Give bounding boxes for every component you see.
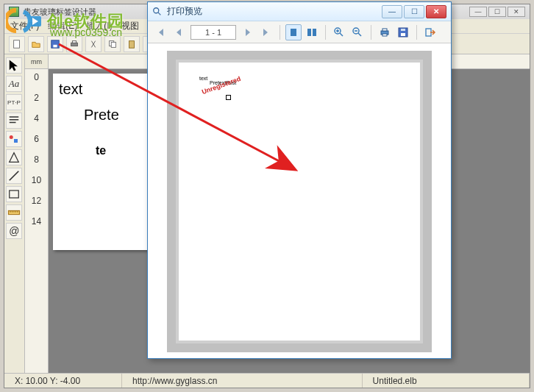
toolbar-new-button[interactable] — [9, 36, 25, 52]
toolbar-copy-button[interactable] — [104, 36, 121, 52]
tool-ptp[interactable]: PT·P — [6, 94, 22, 110]
toolbar-separator — [325, 25, 326, 40]
preview-mini-square — [226, 95, 231, 100]
main-title-text: 贵友玻璃标签设计器 — [24, 7, 96, 18]
menu-view[interactable]: 视图 — [121, 20, 139, 32]
status-coords: X: 10.00 Y: -4.00 — [4, 374, 122, 388]
svg-rect-19 — [382, 29, 387, 31]
ruler-tick: 14 — [32, 216, 41, 227]
svg-rect-6 — [111, 42, 115, 47]
maximize-button[interactable]: ☐ — [488, 7, 506, 17]
svg-rect-7 — [129, 40, 135, 48]
page-range-box[interactable]: 1 - 1 — [191, 25, 236, 40]
magnifier-icon — [152, 7, 163, 17]
preview-page: text PretextPost Unregistered — [179, 63, 420, 341]
toolbar-separator — [416, 25, 417, 40]
menu-insert[interactable]: 插入(I) — [86, 20, 112, 32]
menu-edit[interactable]: 编辑(E) — [48, 20, 77, 32]
preview-close-button[interactable]: ✕ — [426, 5, 446, 18]
next-page-button[interactable] — [240, 24, 256, 40]
toolbar-separator — [371, 25, 371, 40]
print-preview-window: 打印预览 — ☐ ✕ 1 - 1 text PretextPost — [147, 1, 452, 359]
svg-point-12 — [154, 7, 159, 13]
doc-text-1[interactable]: text — [59, 81, 157, 98]
ruler-tick: 10 — [32, 175, 41, 185]
svg-rect-23 — [401, 29, 405, 31]
main-window-buttons: — ☐ ✕ — [469, 7, 525, 17]
tool-at[interactable]: @ — [6, 223, 22, 239]
ruler-unit: mm — [25, 54, 49, 69]
svg-rect-15 — [313, 29, 316, 36]
preview-toolbar: 1 - 1 — [148, 21, 451, 43]
svg-rect-3 — [71, 43, 78, 46]
close-button[interactable]: ✕ — [508, 7, 525, 17]
svg-rect-2 — [53, 44, 57, 47]
ruler-tick: 8 — [34, 154, 39, 165]
svg-rect-14 — [307, 29, 311, 36]
full-width-button[interactable] — [304, 24, 320, 40]
status-url: http://www.gyglass.cn — [122, 374, 363, 388]
prev-page-button[interactable] — [171, 24, 187, 40]
save-button[interactable] — [395, 24, 411, 40]
toolbar-paste-button[interactable] — [124, 36, 140, 52]
left-toolbox: Aa PT·P @ — [4, 54, 25, 373]
ruler-tick: 12 — [32, 196, 41, 206]
svg-rect-13 — [291, 29, 296, 36]
tool-line[interactable] — [6, 168, 22, 184]
preview-body[interactable]: text PretextPost Unregistered — [148, 43, 451, 358]
zoom-in-button[interactable] — [331, 24, 347, 40]
svg-rect-9 — [14, 139, 18, 143]
ruler-vertical: 0 2 4 6 8 10 12 14 — [25, 69, 49, 373]
print-button[interactable] — [377, 24, 393, 40]
preview-window-buttons: — ☐ ✕ — [382, 5, 446, 18]
svg-rect-20 — [382, 34, 387, 36]
status-filename: Untitled.elb — [363, 374, 530, 388]
exit-button[interactable] — [422, 24, 438, 40]
tool-pointer[interactable] — [6, 57, 22, 74]
app-icon — [9, 7, 19, 17]
preview-minimize-button[interactable]: — — [382, 5, 402, 18]
tool-text[interactable]: Aa — [6, 76, 22, 92]
status-bar: X: 10.00 Y: -4.00 http://www.gyglass.cn … — [4, 373, 530, 388]
preview-title-text: 打印预览 — [167, 5, 202, 18]
single-page-button[interactable] — [285, 24, 302, 40]
svg-point-8 — [10, 135, 13, 139]
ruler-tick: 0 — [34, 72, 39, 82]
toolbar-print-button[interactable] — [66, 36, 82, 52]
svg-rect-0 — [14, 40, 20, 48]
tool-paragraph[interactable] — [6, 113, 22, 129]
toolbar-save-button[interactable] — [47, 36, 63, 52]
tool-polygon[interactable] — [6, 149, 22, 165]
preview-titlebar[interactable]: 打印预览 — ☐ ✕ — [148, 2, 451, 21]
svg-rect-24 — [426, 29, 431, 36]
minimize-button[interactable]: — — [469, 7, 487, 17]
tool-shapes[interactable] — [6, 131, 22, 147]
toolbar-open-button[interactable] — [28, 36, 44, 52]
last-page-button[interactable] — [258, 24, 274, 40]
tool-rectangle[interactable] — [6, 186, 22, 202]
first-page-button[interactable] — [152, 24, 168, 40]
svg-rect-22 — [401, 33, 405, 36]
svg-rect-10 — [10, 190, 19, 198]
menu-file[interactable]: 文件(F) — [10, 20, 39, 32]
preview-page-frame: text PretextPost Unregistered — [167, 51, 432, 352]
tool-ruler[interactable] — [6, 204, 22, 221]
toolbar-separator — [280, 25, 280, 40]
ruler-tick: 4 — [34, 113, 39, 124]
svg-rect-4 — [72, 40, 76, 43]
zoom-out-button[interactable] — [349, 24, 366, 40]
preview-maximize-button[interactable]: ☐ — [404, 5, 424, 18]
ruler-tick: 2 — [34, 93, 39, 103]
ruler-tick: 6 — [34, 134, 39, 144]
toolbar-cut-button[interactable] — [85, 36, 102, 52]
doc-text-2[interactable]: Prete — [84, 107, 157, 124]
